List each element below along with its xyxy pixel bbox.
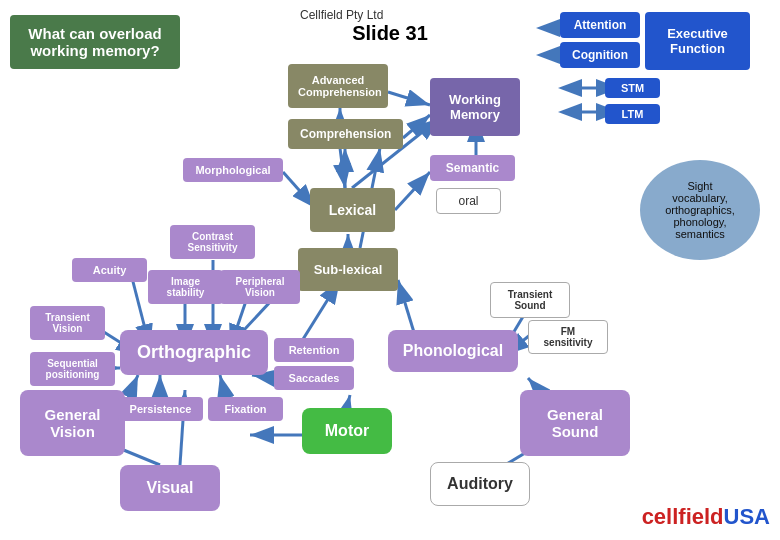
adv-comp-box: Advanced Comprehension bbox=[288, 64, 388, 108]
ltm-btn: LTM bbox=[605, 104, 660, 124]
fm-sensitivity-box: FM sensitivity bbox=[528, 320, 608, 354]
phonological-box: Phonological bbox=[388, 330, 518, 372]
svg-line-12 bbox=[395, 172, 430, 210]
working-memory-box: Working Memory bbox=[430, 78, 520, 136]
comprehension-box: Comprehension bbox=[288, 119, 403, 149]
visual-box: Visual bbox=[120, 465, 220, 511]
retention-box: Retention bbox=[274, 338, 354, 362]
cellfield-logo: cellfieldUSA bbox=[642, 504, 770, 530]
cognition-btn: Cognition bbox=[560, 42, 640, 68]
transient-sound-box: Transient Sound bbox=[490, 282, 570, 318]
motor-box: Motor bbox=[302, 408, 392, 454]
contrast-sens-box: Contrast Sensitivity bbox=[170, 225, 255, 259]
overload-box: What can overload working memory? bbox=[10, 15, 180, 69]
orthographic-box: Orthographic bbox=[120, 330, 268, 375]
sight-cloud: Sight vocabulary, orthographics, phonolo… bbox=[640, 160, 760, 260]
company-name: Cellfield Pty Ltd bbox=[300, 8, 383, 22]
saccades-box: Saccades bbox=[274, 366, 354, 390]
oral-box: oral bbox=[436, 188, 501, 214]
fixation-box: Fixation bbox=[208, 397, 283, 421]
general-vision-box: General Vision bbox=[20, 390, 125, 456]
exec-function-box: Executive Function bbox=[645, 12, 750, 70]
sub-lexical-box: Sub-lexical bbox=[298, 248, 398, 291]
slide-title: Slide 31 bbox=[300, 22, 480, 45]
svg-line-9 bbox=[340, 148, 345, 188]
auditory-box: Auditory bbox=[430, 462, 530, 506]
general-sound-box: General Sound bbox=[520, 390, 630, 456]
logo-usa: USA bbox=[724, 504, 770, 529]
peripheral-vision-box: Peripheral Vision bbox=[220, 270, 300, 304]
lexical-box: Lexical bbox=[310, 188, 395, 232]
transient-vision-box: Transient Vision bbox=[30, 306, 105, 340]
persistence-box: Persistence bbox=[118, 397, 203, 421]
svg-line-2 bbox=[388, 92, 430, 105]
image-stability-box: Image stability bbox=[148, 270, 223, 304]
attention-btn: Attention bbox=[560, 12, 640, 38]
sequential-pos-box: Sequential positioning bbox=[30, 352, 115, 386]
semantic-box: Semantic bbox=[430, 155, 515, 181]
stm-btn: STM bbox=[605, 78, 660, 98]
diagram-container: Cellfield Pty Ltd Slide 31 What can over… bbox=[0, 0, 780, 540]
morphological-box: Morphological bbox=[183, 158, 283, 182]
logo-cellfield: cellfield bbox=[642, 504, 724, 529]
svg-line-3 bbox=[403, 115, 430, 138]
acuity-box: Acuity bbox=[72, 258, 147, 282]
